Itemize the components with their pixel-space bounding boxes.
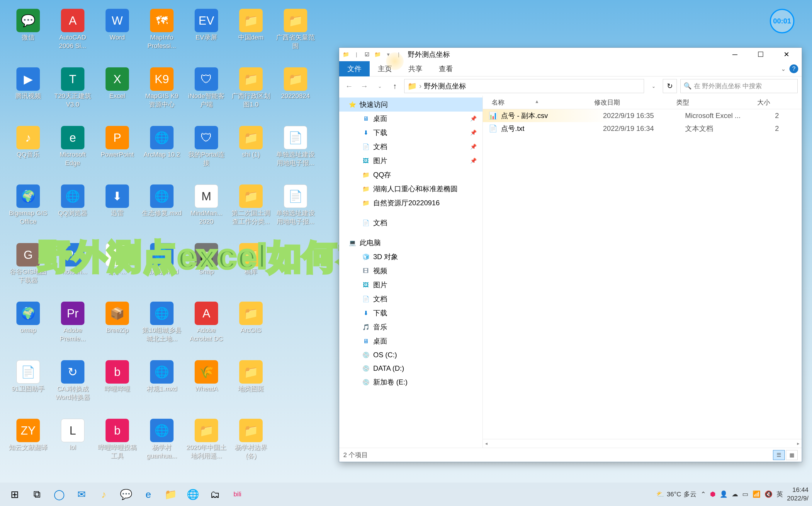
desktop-icon[interactable]: 🌐 村规1.mxd [140,357,184,416]
close-button[interactable]: ✕ [773,48,799,61]
music-icon[interactable]: ♪ [93,486,115,503]
desktop-icon[interactable]: 📁 地类图斑 [229,357,273,416]
ribbon-expand-icon[interactable]: ⌄ [781,65,786,72]
clock[interactable]: 16:44 2022/9/ [787,486,808,503]
desktop-icon[interactable]: 🌐 ArcMap 10.2 [140,123,184,181]
desktop-icon[interactable]: 📁 shi (1) [229,123,273,181]
ime-indicator[interactable]: 英 [776,490,783,499]
tree-item[interactable]: 🖼 图片 [339,278,482,292]
desktop-icon[interactable]: 💬 微信 [6,6,51,64]
tray-cloud-icon[interactable]: ☁ [732,491,738,498]
desktop-icon[interactable]: L lol [51,416,95,475]
help-icon[interactable]: ? [790,64,798,73]
tree-item[interactable]: 📁 QQ存 [339,168,482,182]
desktop-icon[interactable]: Pr Adobe Premie... [51,299,95,357]
desktop-icon[interactable]: 🌍 omap [6,299,51,357]
file-explorer-icon[interactable]: 📁 [159,486,182,503]
desktop-icon[interactable]: T T20天正建筑V3.0 [51,64,95,123]
tray-volume-icon[interactable]: 🔇 [764,491,772,498]
start-button[interactable]: ⊞ [4,486,26,503]
column-size[interactable]: 大小 [747,98,776,107]
search-box[interactable]: 🔍 在 野外测点坐标 中搜索 [680,79,798,93]
qat-checkbox[interactable]: ☑ [362,50,371,59]
desktop-icon[interactable]: P PowerPoint [95,123,140,181]
tab-share[interactable]: 共享 [400,61,431,76]
tree-item[interactable]: ⬇ 下载 [339,306,482,320]
cortana-icon[interactable]: ◯ [48,486,70,503]
desktop-icon[interactable]: 📁 第二次国土调查工作分类... [229,181,273,240]
breadcrumb-item[interactable]: 野外测点坐标 [424,81,466,91]
desktop-icon[interactable]: ZY 知云文献翻译 [6,416,51,475]
column-type[interactable]: 类型 [676,98,747,107]
tree-item[interactable]: 🖼 图片 📌 [339,154,482,168]
recent-dropdown[interactable]: ⌄ [374,80,386,92]
column-date[interactable]: 修改日期 [594,98,676,107]
tab-view[interactable]: 查看 [431,61,461,76]
desktop-icon[interactable]: 🌐 生态修复.mxd [140,181,184,240]
tree-item[interactable]: 📄 文档 📌 [339,140,482,154]
bilibili-icon[interactable]: bili [226,486,249,503]
app-icon[interactable]: 🗂 [204,486,226,503]
desktop-icon[interactable]: 📁 20220824 [273,64,318,123]
desktop-icon[interactable]: 📦 BreeZip [95,299,140,357]
maximize-button[interactable]: ☐ [748,48,773,61]
forward-button[interactable]: → [358,80,370,92]
desktop-icon[interactable]: A AutoCAD 2006 Si... [51,6,95,64]
desktop-icon[interactable]: 📁 2020年中国土地利用遥... [184,416,229,475]
back-button[interactable]: ← [343,80,355,92]
file-row[interactable]: 📄 点号.txt 2022/9/19 16:34 文本文档 2 [483,122,802,135]
qat-dropdown[interactable]: ▾ [384,50,393,59]
desktop-icon[interactable]: A Adobe Acrobat DC [184,299,229,357]
desktop-icon[interactable]: 🌐 QQ浏览器 [51,181,95,240]
desktop-icon[interactable]: 📄 91卫图助手 [6,357,51,416]
tree-item[interactable]: ⬇ 下载 📌 [339,125,482,140]
tree-item[interactable]: 🖥 桌面 📌 [339,111,482,125]
minimize-button[interactable]: ─ [722,48,748,61]
tray-user-icon[interactable]: 👤 [720,491,728,498]
tree-item[interactable]: 📁 湖南人口重心和标准差椭圆 [339,182,482,196]
tree-item[interactable]: 💿 OS (C:) [339,348,482,362]
desktop-icon[interactable]: 📄 单独选址建设用地电子报... [273,181,318,240]
desktop-icon[interactable]: ♪ QQ音乐 [6,123,51,181]
desktop-icon[interactable]: EV EV录屏 [184,6,229,64]
desktop-icon[interactable]: e Microsoft Edge [51,123,95,181]
desktop-icon[interactable]: 📁 ArcGIS [229,299,273,357]
desktop-icon[interactable]: K9 MapGIS K9 资源中心 [140,64,184,123]
tree-item[interactable]: 📁 自然资源厅20220916 [339,196,482,210]
hscroll-right[interactable]: ▸ [795,441,802,446]
tree-item[interactable]: 📄 文档 [339,216,482,230]
file-row[interactable]: 📊 点号 - 副本.csv 2022/9/19 16:35 Microsoft … [483,109,802,122]
desktop-icon[interactable]: 🌐 第10组城乡县城北土地... [140,299,184,357]
desktop-icon[interactable]: W Word [95,6,140,64]
tab-home[interactable]: 主页 [369,61,400,76]
tree-item[interactable]: 💿 DATA (D:) [339,362,482,375]
tray-battery-icon[interactable]: ▭ [742,491,748,498]
tab-file[interactable]: 文件 [339,61,369,76]
tray-app-icon[interactable]: ⬢ [710,491,716,498]
desktop-icon[interactable]: ↻ CAJ转换成Word转换器 [51,357,95,416]
desktop-icon[interactable]: ⬇ 迅雷 [95,181,140,240]
address-dropdown[interactable]: ⌄ [648,80,659,92]
desktop-icon[interactable]: 📁 广西省矢量范围 [273,6,318,64]
qat-folder[interactable]: 📁 [373,50,382,59]
tree-item[interactable]: 💻 此电脑 [339,236,482,250]
tree-item[interactable]: 🎵 音乐 [339,320,482,334]
weather-widget[interactable]: ⛅ 36°C 多云 [656,490,696,499]
desktop-icon[interactable]: 🛡 iNode智能客户端 [184,64,229,123]
tree-item[interactable]: 🧊 3D 对象 [339,250,482,264]
desktop-icon[interactable]: 🛡 我的Portal连接 [184,123,229,181]
desktop-icon[interactable]: X Excel [95,64,140,123]
tray-expand-icon[interactable]: ⌃ [700,491,706,498]
desktop-icon[interactable]: b 哔哩哔哩 [95,357,140,416]
edge-icon[interactable]: e [137,486,159,503]
desktop-icon[interactable]: M MindMan... 2020 [184,181,229,240]
wechat-icon[interactable]: 💬 [115,486,137,503]
tree-item[interactable]: 🖥 桌面 [339,334,482,348]
desktop-icon[interactable]: 📁 中国dem [229,6,273,64]
desktop-icon[interactable]: 📄 单独选址建设用地电子报... [273,123,318,181]
address-bar[interactable]: 📁 › 野外测点坐标 [404,79,644,93]
tree-item[interactable]: ⭐ 快速访问 [339,97,482,111]
desktop-icon[interactable]: 🌾 WheatA [184,357,229,416]
details-view-button[interactable]: ☰ [773,450,785,460]
desktop-icon[interactable]: 📁 杨学村边界(各) [229,416,273,475]
